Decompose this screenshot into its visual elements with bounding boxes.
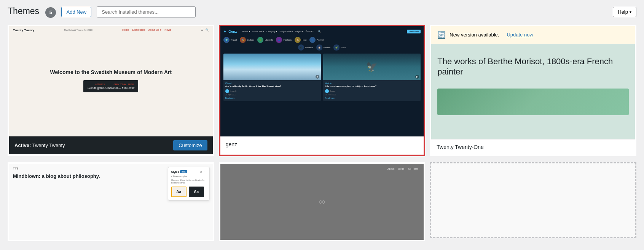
tt2-style-light: Aa bbox=[171, 187, 187, 197]
update-notice: 🔄 New version available. Update now bbox=[431, 26, 635, 44]
theme-card-twenty-twenty-one[interactable]: 🔄 New version available. Update now The … bbox=[430, 25, 636, 156]
tt2-style-dark: Aa bbox=[189, 187, 204, 197]
theme-card-tt2[interactable]: TT2 About Books All Posts Mindblown: a b… bbox=[8, 162, 214, 241]
tt-brand: Twenty Twenty bbox=[13, 28, 34, 32]
active-label: Active: Twenty Twenty bbox=[14, 142, 65, 148]
play-icon: ▶ bbox=[316, 75, 319, 79]
genz-posts: ▶ #Travel Are You Ready To Go Home After… bbox=[223, 54, 421, 101]
genz-name-bar: genz bbox=[220, 136, 424, 152]
tt1-headline: The works of Berthe Morisot, 1800s-era F… bbox=[437, 56, 629, 77]
genz-nav: ✦ Genz Home ▾ About Me ▾ Category ▾ Sing… bbox=[223, 28, 421, 35]
genz-post-img-mountain: ▶ bbox=[223, 54, 321, 80]
add-new-button[interactable]: Add New bbox=[61, 7, 91, 17]
tt1-name-bar: Twenty Twenty-One bbox=[431, 139, 635, 155]
chevron-down-icon: ▾ bbox=[630, 10, 631, 14]
theme-thumbnail-twenty-twenty: Twenty Twenty The Default Theme for 2020… bbox=[9, 26, 213, 136]
theme-thumbnail-genz: ✦ Genz Home ▾ About Me ▾ Category ▾ Sing… bbox=[220, 26, 424, 136]
genz-post-1: ▶ #Travel Are You Ready To Go Home After… bbox=[223, 54, 321, 101]
genz-avatar-2 bbox=[325, 89, 329, 93]
tt-tagline: The Default Theme for 2020 bbox=[64, 29, 92, 31]
genz-post-2: ▶ 🦅 #Article Life is as free as eagles, … bbox=[323, 54, 421, 101]
themes-grid-row1: Twenty Twenty The Default Theme for 2020… bbox=[0, 22, 644, 158]
help-button[interactable]: Help ▾ bbox=[613, 7, 636, 17]
page-title: Themes 5 bbox=[8, 6, 56, 18]
theme-card-genz[interactable]: ✦ Genz Home ▾ About Me ▾ Category ▾ Sing… bbox=[219, 25, 426, 156]
genz-post-img-eagle: ▶ 🦅 bbox=[323, 54, 421, 80]
genz-categories: 🌍Travel 🎭Culture 🌿Lifestyle 👗Fashion 🏠Ho… bbox=[223, 37, 421, 43]
tt1-image bbox=[437, 89, 629, 115]
update-now-link[interactable]: Update now bbox=[507, 32, 533, 38]
theme-card-spektrum[interactable]: ∞ About Birds All Posts bbox=[219, 162, 426, 241]
theme-card-placeholder bbox=[430, 162, 636, 238]
themes-header: Themes 5 Add New Help ▾ bbox=[0, 0, 644, 22]
genz-logo: ✦ Genz bbox=[223, 30, 237, 33]
tt2-thumbnail: TT2 About Books All Posts Mindblown: a b… bbox=[9, 164, 213, 240]
tt-bottom-strips bbox=[110, 97, 112, 104]
tt-headline: Welcome to the Swedish Museum of Modern … bbox=[50, 69, 172, 76]
spektrum-nav: About Birds All Posts bbox=[387, 168, 418, 170]
genz-subscribe-btn: Subscribe bbox=[407, 30, 421, 33]
tt-info-bar: ADDRESS 123 Storgatan, Umeå OPEN TODAY 9… bbox=[83, 80, 138, 92]
tt2-more-icon: ⋮ bbox=[203, 170, 206, 174]
customize-button[interactable]: Customize bbox=[173, 140, 207, 150]
theme-card-twenty-twenty[interactable]: Twenty Twenty The Default Theme for 2020… bbox=[8, 25, 214, 156]
spektrum-preview-bg: ∞ About Birds All Posts bbox=[220, 164, 424, 240]
tt2-styles-popup: Styles Beta ✕ ⋮ < Browse styles Choose a… bbox=[168, 167, 210, 201]
genz-avatar-1 bbox=[225, 89, 229, 93]
tt2-close-icon: ✕ bbox=[200, 170, 202, 174]
update-icon: 🔄 bbox=[437, 31, 446, 39]
tt-search-icon: 🔍 bbox=[206, 28, 209, 32]
tt-nav: Home Exhibitions About Us ▾ News bbox=[122, 28, 171, 32]
theme-count-badge: 5 bbox=[45, 7, 56, 18]
genz-logo-icon: ✦ bbox=[223, 30, 226, 33]
spektrum-logo: ∞ bbox=[319, 197, 325, 207]
search-input[interactable] bbox=[97, 6, 196, 17]
genz-subcategories: 🌑Minimal 🏠Interior 🌱Plant bbox=[223, 44, 421, 51]
theme-thumbnail-tt1: The works of Berthe Morisot, 1800s-era F… bbox=[431, 44, 635, 139]
themes-grid-row2: TT2 About Books All Posts Mindblown: a b… bbox=[0, 160, 644, 244]
active-bar: Active: Twenty Twenty Customize bbox=[9, 136, 213, 154]
tt-menu-icon: ☰ bbox=[201, 28, 203, 32]
spektrum-thumbnail: ∞ About Birds All Posts bbox=[220, 164, 424, 240]
genz-search-icon: 🔍 bbox=[318, 30, 321, 33]
